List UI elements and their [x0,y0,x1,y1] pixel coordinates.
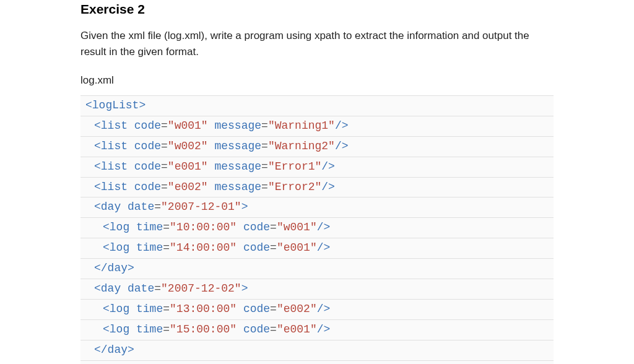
code-line: <list code="w002" message="Warning2"/> [80,137,554,157]
xml-tag: <logList> [85,99,145,111]
code-line: <list code="e002" message="Error2"/> [80,178,554,198]
code-line: <log time="10:00:00" code="w001"/> [80,218,554,238]
code-line: <list code="w001" message="Warning1"/> [80,116,554,137]
code-line: </logList> [80,361,554,364]
code-line: <list code="e001" message="Error1"/> [80,157,554,178]
code-line: <day date="2007-12-01"> [80,197,554,218]
code-line: </day> [80,340,554,361]
code-line: <log time="13:00:00" code="e002"/> [80,300,554,320]
exercise-description: Given the xml file (log.xml), write a pr… [80,28,554,59]
code-line: <log time="15:00:00" code="e001"/> [80,320,554,340]
xml-code-block: <logList> <list code="w001" message="War… [80,95,554,364]
filename-label: log.xml [80,74,554,87]
code-line: </day> [80,259,554,279]
exercise-title: Exercise 2 [80,0,554,17]
document-container: Exercise 2 Given the xml file (log.xml),… [0,0,634,364]
code-line: <logList> [80,96,554,116]
code-line: <log time="14:00:00" code="e001"/> [80,238,554,259]
code-line: <day date="2007-12-02"> [80,279,554,300]
